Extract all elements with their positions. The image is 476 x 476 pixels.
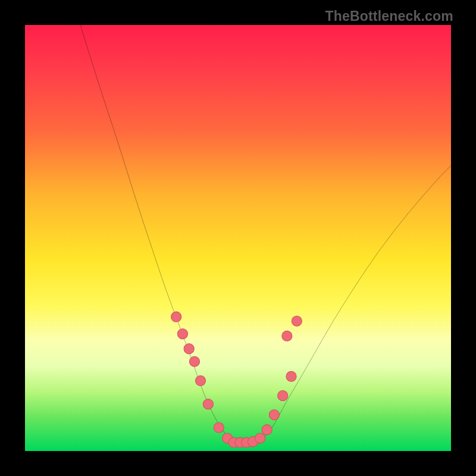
curve-marker bbox=[214, 422, 224, 433]
curve-marker bbox=[262, 425, 272, 435]
curve-marker bbox=[292, 316, 302, 326]
curve-marker bbox=[171, 312, 181, 322]
plot-area bbox=[25, 25, 451, 451]
bottleneck-curve bbox=[80, 25, 451, 443]
chart-svg bbox=[25, 25, 451, 451]
curve-marker bbox=[255, 433, 265, 443]
curve-marker bbox=[195, 375, 205, 386]
curve-marker bbox=[282, 331, 292, 341]
attribution-text: TheBottleneck.com bbox=[325, 8, 453, 24]
curve-marker bbox=[203, 399, 213, 409]
curve-marker bbox=[286, 371, 296, 381]
curve-marker bbox=[269, 410, 279, 420]
marker-group bbox=[171, 312, 302, 447]
curve-marker bbox=[184, 344, 194, 354]
curve-marker bbox=[177, 329, 187, 339]
curve-marker bbox=[278, 390, 288, 400]
curve-marker bbox=[189, 356, 199, 367]
outer-frame: TheBottleneck.com bbox=[0, 0, 476, 476]
